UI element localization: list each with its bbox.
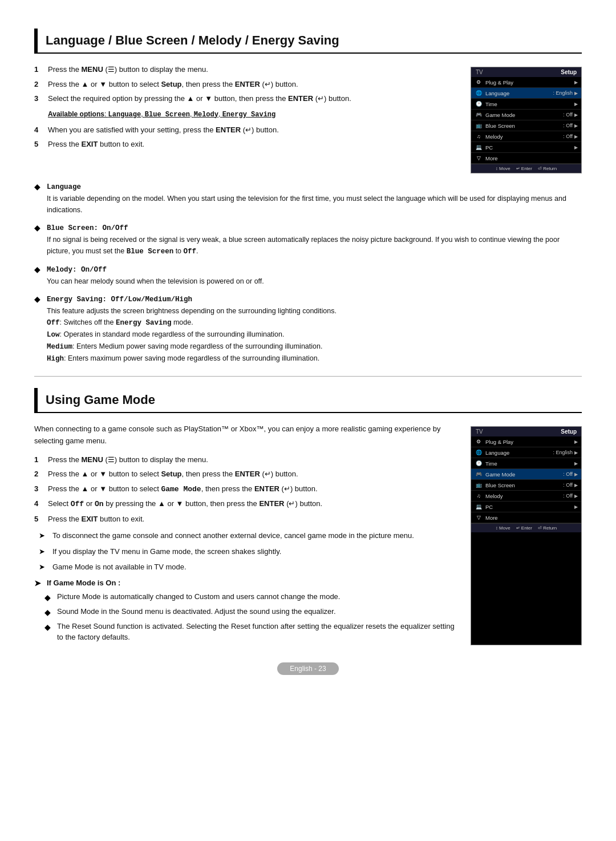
arrow-text: Game Mode is not available in TV mode. [52,561,187,573]
diamond-icon: ◆ [34,223,42,232]
tv-row-pc: 💻 PC ▶ [471,142,581,153]
tv-menu-section1: TV Setup ⚙ Plug & Play ▶ 🌐 Language : En… [471,67,582,173]
row-value: : Off [563,112,573,118]
step-text: Press the EXIT button to exit. [48,514,144,525]
bluescreen-icon: 📺 [475,481,483,489]
note-energysaving: ◆ Energy Saving: Off/Low/Medium/High Thi… [34,294,582,365]
row-label: Game Mode [485,112,563,118]
row-arrow: ▶ [574,145,578,150]
row-arrow: ▶ [574,80,578,85]
tv-row-bluescreen: 📺 Blue Screen : Off ▶ [471,480,581,491]
tv-menu-rows: ⚙ Plug & Play ▶ 🌐 Language : English ▶ 🕐… [471,77,581,164]
step-text: Press the ▲ or ▼ button to select Setup,… [48,468,298,480]
row-arrow: ▶ [574,112,578,118]
step-num: 5 [34,139,43,150]
row-label: More [485,515,578,521]
step-text: Press the EXIT button to exit. [48,139,144,150]
row-label: Language [485,90,553,96]
note-body: This feature adjusts the screen brightne… [47,305,582,365]
step-num: 1 [34,64,43,75]
time-icon: 🕐 [475,100,483,108]
step-num: 3 [34,93,43,104]
note-content: Language It is variable depending on the… [47,181,582,216]
tv-row-time: 🕐 Time ▶ [471,99,581,110]
row-label: Time [485,101,573,107]
row-label: PC [485,144,573,151]
row-label: Plug & Play [485,79,573,86]
step-1-2: 2 Press the ▲ or ▼ button to select Setu… [34,79,459,90]
footer-return: ⏎ Return [538,525,557,531]
diamond-icon: ◆ [34,182,42,191]
tv-row-plug: ⚙ Plug & Play ▶ [471,77,581,88]
tv-row-pc: 💻 PC ▶ [471,502,581,512]
page-number-badge: English - 23 [277,662,338,675]
row-value: : Off [563,134,573,139]
arrow-icon: ➤ [39,530,48,541]
section2: Using Game Mode When connecting to a gam… [34,388,582,645]
section1-steps-list-cont: 4 When you are satisfied with your setti… [34,124,459,150]
row-value: : English [553,90,573,96]
step-2-2: 2 Press the ▲ or ▼ button to select Setu… [34,468,459,480]
diamond-icon: ◆ [44,607,52,618]
section2-title: Using Game Mode [34,388,582,413]
step-2-5: 5 Press the EXIT button to exit. [34,514,459,525]
step-text: When you are satisfied with your setting… [48,124,279,136]
step-text: Press the MENU (☰) button to display the… [48,454,208,466]
step-num: 5 [34,514,43,525]
tv-row-plug: ⚙ Plug & Play ▶ [471,436,581,447]
row-arrow: ▶ [574,91,578,96]
if-bullet-text: Picture Mode is automatically changed to… [57,591,340,604]
language-icon: 🌐 [475,89,483,97]
row-label: PC [485,504,573,510]
if-game-mode-section: ➤ If Game Mode is On : ◆ Picture Mode is… [34,579,459,643]
step-num: 3 [34,483,43,495]
diamond-icon: ◆ [44,621,52,643]
melody-icon: ♫ [475,132,483,140]
note-body: You can hear melody sound when the telev… [47,276,582,287]
tv-row-more: ▽ More [471,153,581,164]
step-2-1: 1 Press the MENU (☰) button to display t… [34,454,459,466]
tv-menu-header: TV Setup [471,67,581,77]
page-footer: English - 23 [34,662,582,675]
row-label: Blue Screen [485,123,563,129]
tv-row-melody: ♫ Melody : Off ▶ [471,131,581,142]
arrow-icon: ➤ [39,546,48,557]
section-divider [34,376,582,377]
section1-notes: ◆ Language It is variable depending on t… [34,181,582,365]
if-game-mode-label: If Game Mode is On : [47,579,120,587]
footer-enter: ↵ Enter [516,166,532,171]
note-title: Blue Screen: On/Off [47,223,582,234]
note-language: ◆ Language It is variable depending on t… [34,181,582,216]
if-bullet-text: The Reset Sound function is activated. S… [57,621,459,643]
pc-icon: 💻 [475,143,483,151]
note-title: Energy Saving: Off/Low/Medium/High [47,294,582,305]
footer-move: ↕ Move [496,166,510,171]
row-arrow: ▶ [574,494,578,499]
more-icon: ▽ [475,514,483,521]
footer-enter: ↵ Enter [516,525,532,531]
step-num: 2 [34,79,43,90]
section2-steps-list: 1 Press the MENU (☰) button to display t… [34,454,459,525]
tv-row-gamemode: 🎮 Game Mode : Off ▶ [471,110,581,120]
tv-row-language: 🌐 Language : English ▶ [471,447,581,458]
step-text: Select the required option by pressing t… [48,93,351,104]
section1: Language / Blue Screen / Melody / Energy… [34,29,582,365]
row-label: Language [485,450,553,456]
section1-content: 1 Press the MENU (☰) button to display t… [34,64,582,173]
note-title: Melody: On/Off [47,264,582,276]
row-label: Plug & Play [485,439,573,445]
arrow-right-icon: ➤ [34,579,43,588]
section1-steps-block: 1 Press the MENU (☰) button to display t… [34,64,459,173]
more-icon: ▽ [475,154,483,162]
row-label: Melody [485,493,563,499]
section1-title: Language / Blue Screen / Melody / Energy… [34,29,582,54]
tv-menu-section2: TV Setup ⚙ Plug & Play ▶ 🌐 Language : En… [471,426,582,645]
section2-intro: When connecting to a game console such a… [34,423,459,447]
row-value: : Off [563,493,573,499]
footer-return: ⏎ Return [538,166,557,171]
row-arrow: ▶ [574,472,578,477]
section2-content: When connecting to a game console such a… [34,423,582,645]
note-title: Language [47,181,582,193]
melody-icon: ♫ [475,492,483,500]
tv-menu-header: TV Setup [471,427,581,436]
